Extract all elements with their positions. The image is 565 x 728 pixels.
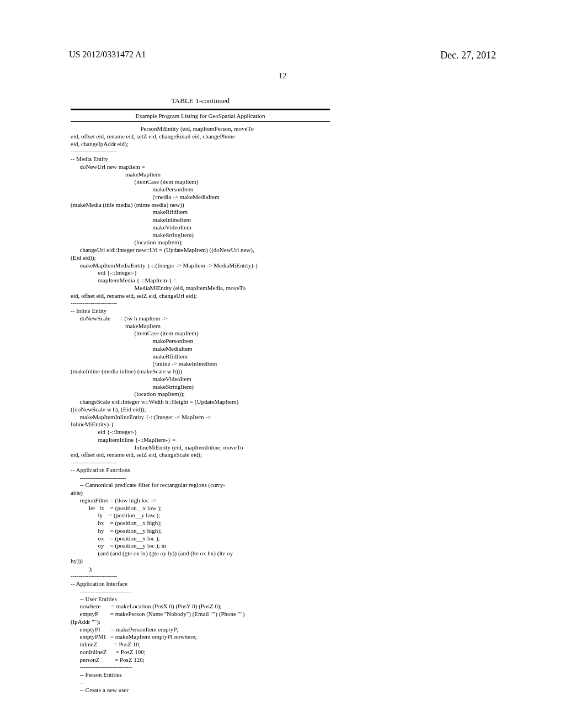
page-number: 12 bbox=[0, 72, 565, 81]
table-caption: Example Program Listing for GeoSpatial A… bbox=[71, 113, 330, 119]
table-container: TABLE 1-continued Example Program Listin… bbox=[71, 97, 330, 694]
table-title: TABLE 1-continued bbox=[71, 97, 330, 105]
code-listing: PersonMiEntity (eid, mapItemPerson, move… bbox=[71, 125, 330, 694]
table-separator-top bbox=[71, 109, 330, 110]
publication-number: US 2012/0331472 A1 bbox=[69, 50, 146, 61]
table-separator-mid bbox=[71, 121, 330, 122]
publication-date: Dec. 27, 2012 bbox=[440, 50, 496, 61]
